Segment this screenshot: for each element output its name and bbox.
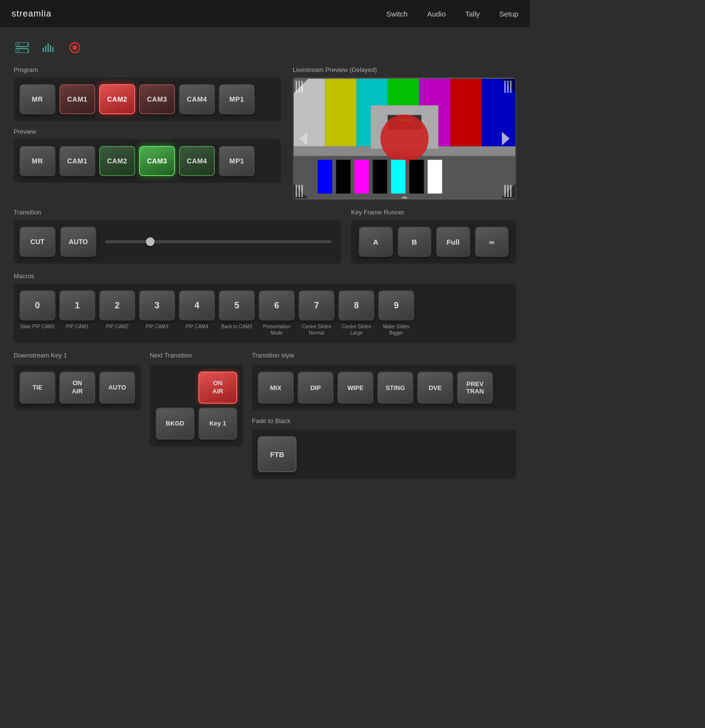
- program-btn-cam1[interactable]: CAM1: [59, 84, 95, 114]
- macro-label-6: Presentation Mode: [259, 323, 295, 336]
- program-btn-cam4[interactable]: CAM4: [179, 84, 215, 114]
- preview-btn-cam4[interactable]: CAM4: [179, 146, 215, 176]
- trans-style-buttons: MIXDIPWIPESTINGDVEPREVTRAN: [258, 372, 511, 404]
- nt-empty: [156, 372, 194, 404]
- program-btn-mp1[interactable]: MP1: [219, 84, 255, 114]
- ftb-wrapper: Fade to Black FTB: [252, 417, 516, 479]
- auto-button[interactable]: AUTO: [60, 227, 96, 257]
- ftb-label: Fade to Black: [252, 417, 516, 425]
- transition-slider[interactable]: [105, 240, 332, 243]
- macro-item-6: 6Presentation Mode: [259, 290, 295, 336]
- macro-label-3: PIP CAM3: [146, 323, 169, 330]
- macro-btn-0[interactable]: 0: [19, 290, 55, 320]
- svg-rect-31: [299, 185, 300, 197]
- kfr-btn-inf[interactable]: ∞: [475, 227, 509, 257]
- svg-point-39: [380, 114, 428, 162]
- macro-btn-8[interactable]: 8: [338, 290, 374, 320]
- nav-audio[interactable]: Audio: [427, 10, 445, 18]
- macro-label-4: PIP CAM4: [186, 323, 209, 330]
- main-nav: Switch Audio Tally Setup: [386, 10, 518, 18]
- ts-btn-dip[interactable]: DIP: [298, 372, 334, 404]
- keyframe-runner: Key Frame Runner ABFull∞: [351, 209, 516, 264]
- svg-rect-16: [450, 79, 481, 146]
- program-btn-cam3[interactable]: CAM3: [139, 84, 175, 114]
- macro-btn-5[interactable]: 5: [219, 290, 255, 320]
- ts-btn-dve[interactable]: DVE: [417, 372, 453, 404]
- ts-ftb-wrapper: Transition style MIXDIPWIPESTINGDVEPREVT…: [252, 352, 516, 479]
- preview-btn-cam3[interactable]: CAM3: [139, 146, 175, 176]
- ts-btn-wipe[interactable]: WIPE: [337, 372, 373, 404]
- nav-tally[interactable]: Tally: [465, 10, 480, 18]
- svg-point-10: [72, 45, 77, 50]
- svg-rect-28: [507, 81, 509, 93]
- ts-btn-sting[interactable]: STING: [377, 372, 413, 404]
- app-logo: streamlia: [12, 9, 52, 19]
- macro-btn-1[interactable]: 1: [59, 290, 95, 320]
- macro-item-0: 0Slide PIP CAM2: [19, 290, 55, 330]
- right-panel: Livestream Preview (Delayed): [293, 66, 516, 200]
- svg-rect-35: [510, 185, 511, 197]
- next-trans-wrapper: Next Transition ONAIRBKGDKey 1: [150, 352, 243, 479]
- svg-rect-29: [510, 81, 511, 93]
- dsk-btn-on-air[interactable]: ONAIR: [59, 372, 95, 404]
- program-btn-cam2[interactable]: CAM2: [99, 84, 135, 114]
- macro-label-2: PIP CAM2: [106, 323, 129, 330]
- nav-switch[interactable]: Switch: [386, 10, 407, 18]
- preview-btn-mp1[interactable]: MP1: [219, 146, 255, 176]
- dsk-buttons: TIEONAIRAUTO: [19, 372, 135, 404]
- macro-btn-9[interactable]: 9: [378, 290, 414, 320]
- ftb-button[interactable]: FTB: [258, 436, 297, 472]
- transition-label: Transition: [14, 209, 341, 216]
- svg-rect-12: [325, 79, 356, 146]
- next-trans-inner: ONAIRBKGDKey 1: [150, 365, 243, 446]
- kfr-btn-b[interactable]: B: [398, 227, 432, 257]
- ts-btn-prev-tran[interactable]: PREVTRAN: [457, 372, 493, 404]
- svg-rect-25: [299, 81, 300, 93]
- kfr-btn-a[interactable]: A: [359, 227, 393, 257]
- svg-rect-32: [301, 185, 303, 197]
- svg-rect-40: [318, 160, 333, 194]
- macro-item-8: 8Centre Slides Large: [338, 290, 374, 336]
- kfr-btn-full[interactable]: Full: [436, 227, 470, 257]
- transition-kfr-row: Transition CUT AUTO Key Frame Runner ABF…: [14, 209, 516, 264]
- macro-btn-7[interactable]: 7: [299, 290, 335, 320]
- left-panel: Program MRCAM1CAM2CAM3CAM4MP1 Preview MR…: [14, 66, 281, 200]
- program-bus: MRCAM1CAM2CAM3CAM4MP1: [14, 77, 281, 121]
- nt-btn-bkgd[interactable]: BKGD: [156, 408, 194, 440]
- svg-rect-30: [296, 185, 297, 197]
- nt-btn-key1[interactable]: Key 1: [198, 408, 237, 440]
- audio-icon[interactable]: [40, 39, 57, 56]
- trans-style-label: Transition style: [252, 352, 516, 359]
- cut-button[interactable]: CUT: [19, 227, 55, 257]
- dsk-btn-tie[interactable]: TIE: [19, 372, 55, 404]
- ftb-section: FTB: [252, 429, 516, 479]
- macro-btn-2[interactable]: 2: [99, 290, 135, 320]
- macro-btn-3[interactable]: 3: [139, 290, 175, 320]
- ts-btn-mix[interactable]: MIX: [258, 372, 294, 404]
- dsk-label: Downstream Key 1: [14, 352, 141, 359]
- transition-inner: CUT AUTO: [14, 220, 341, 264]
- program-preview-area: Program MRCAM1CAM2CAM3CAM4MP1 Preview MR…: [14, 66, 516, 200]
- livestream-label: Livestream Preview (Delayed): [293, 66, 516, 73]
- macro-item-9: 9Make Slides Bigger: [378, 290, 414, 336]
- preview-btn-cam2[interactable]: CAM2: [99, 146, 135, 176]
- svg-rect-11: [294, 79, 325, 146]
- nt-btn-on-air[interactable]: ONAIR: [198, 372, 237, 404]
- preview-btn-mr[interactable]: MR: [19, 146, 55, 176]
- test-card: [294, 78, 515, 199]
- nav-setup[interactable]: Setup: [499, 10, 518, 18]
- program-btn-mr[interactable]: MR: [19, 84, 55, 114]
- record-icon[interactable]: [66, 39, 84, 56]
- macros-section: Macros 0Slide PIP CAM21PIP CAM12PIP CAM2…: [14, 272, 516, 343]
- header: streamlia Switch Audio Tally Setup: [0, 0, 530, 27]
- main-content: Program MRCAM1CAM2CAM3CAM4MP1 Preview MR…: [0, 27, 530, 491]
- macro-btn-6[interactable]: 6: [259, 290, 295, 320]
- macro-item-3: 3PIP CAM3: [139, 290, 175, 330]
- transition-section: Transition CUT AUTO: [14, 209, 341, 264]
- macro-btn-4[interactable]: 4: [179, 290, 215, 320]
- preview-btn-cam1[interactable]: CAM1: [59, 146, 95, 176]
- dsk-btn-auto[interactable]: AUTO: [99, 372, 135, 404]
- switcher-icon[interactable]: [14, 39, 31, 56]
- svg-rect-26: [301, 81, 303, 93]
- macro-item-1: 1PIP CAM1: [59, 290, 95, 330]
